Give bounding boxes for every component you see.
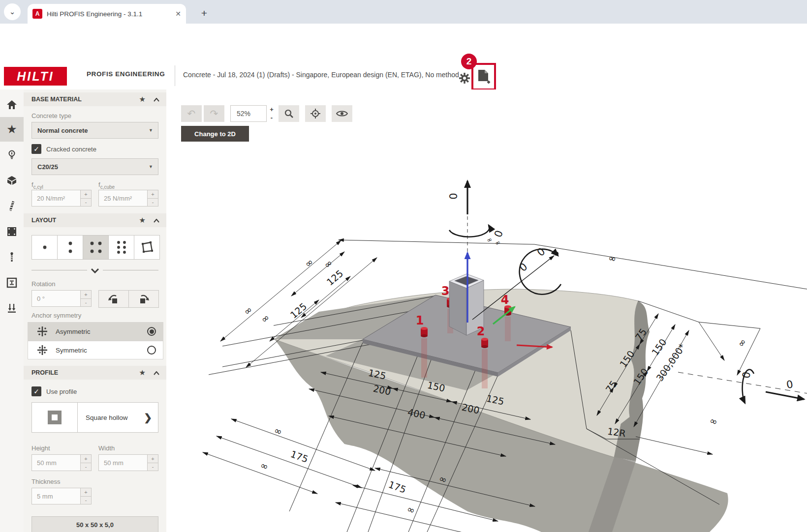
section-header-profile[interactable]: PROFILE ★ [24, 366, 166, 380]
export-report-icon[interactable] [477, 69, 490, 84]
concrete-type-select[interactable]: Normal concrete ▼ [31, 122, 158, 139]
section-title: BASE MATERIAL [31, 96, 139, 103]
zoom-level-input[interactable]: 52% [230, 105, 267, 122]
layout-option-pair[interactable] [57, 235, 83, 260]
anchor-symmetry-label: Anchor symmetry [31, 312, 81, 319]
force-x-arrow [766, 392, 804, 399]
change-to-2d-button[interactable]: Change to 2D [181, 126, 249, 142]
stepper-minus[interactable]: - [81, 299, 91, 307]
stepper-minus[interactable]: - [81, 463, 91, 471]
visibility-button[interactable] [332, 105, 352, 122]
use-profile-row[interactable]: ✓ Use profile [31, 386, 77, 396]
sidebar-item-loads[interactable] [0, 296, 24, 321]
app-window: ⌄ A Hilti PROFIS Engineering - 3.1.1 ✕ +… [0, 0, 807, 532]
sidebar-item-favorites[interactable]: ★ [0, 117, 24, 142]
asymmetric-icon [36, 325, 49, 338]
rotate-left-button[interactable] [99, 291, 129, 307]
anchor-2 [481, 338, 488, 348]
sidebar-item-drilling[interactable] [0, 194, 24, 218]
caret-down-icon: ▼ [149, 164, 153, 169]
favorite-star-icon[interactable]: ★ [139, 368, 146, 377]
thickness-input[interactable]: 5 mm +- [31, 488, 92, 504]
stepper-plus[interactable]: + [81, 455, 91, 463]
cracked-concrete-label: Cracked concrete [46, 146, 96, 153]
stepper-minus[interactable]: - [81, 199, 91, 207]
browser-tab[interactable]: A Hilti PROFIS Engineering - 3.1.1 ✕ [28, 4, 186, 24]
sidebar-item-ideas[interactable] [0, 143, 24, 167]
layout-option-four[interactable] [83, 235, 109, 260]
symmetry-option-asymmetric[interactable]: Asymmetric [28, 322, 163, 341]
lightbulb-icon [6, 149, 18, 161]
zoom-value: 52% [237, 110, 250, 118]
rotation-input[interactable]: 0 ° +- [31, 290, 92, 307]
undo-button[interactable]: ↶ [181, 105, 202, 122]
fccube-input[interactable]: 25 N/mm² +- [98, 190, 158, 207]
model-canvas[interactable]: ∞∞125125∞∞00∞∞00∞7515015075150300,000*∞0… [166, 89, 807, 532]
tab-search-chevron-icon[interactable]: ⌄ [4, 3, 21, 20]
rotate-right-button[interactable] [129, 291, 158, 307]
3d-model-view[interactable]: ∞∞125125∞∞00∞∞00∞7515015075150300,000*∞0… [166, 89, 807, 532]
hilti-favicon-icon: A [32, 9, 42, 19]
radio-unselected[interactable] [147, 346, 156, 355]
base-plate-icon [6, 226, 18, 237]
concrete-grade-select[interactable]: C20/25 ▼ [31, 158, 158, 175]
stepper-plus[interactable]: + [81, 190, 91, 199]
concrete-type-label: Concrete type [31, 112, 71, 119]
height-label: Height [31, 444, 50, 452]
sidebar-item-profile[interactable] [0, 270, 24, 295]
profile-selector[interactable]: Square hollow ❯ [31, 402, 158, 433]
symmetry-option-symmetric[interactable]: Symmetric [28, 341, 163, 359]
eye-icon [336, 110, 348, 118]
sidebar-item-anchor[interactable] [0, 245, 24, 269]
settings-gear-icon[interactable] [458, 71, 471, 85]
stepper-plus[interactable]: + [81, 291, 91, 299]
collapse-icon[interactable] [154, 95, 159, 104]
layout-expander[interactable] [31, 266, 158, 275]
layout-option-custom[interactable] [134, 235, 160, 260]
zoom-search-button[interactable] [279, 105, 299, 122]
dimension-label: 0 [448, 193, 460, 199]
dimension-label: ∞ [405, 503, 416, 516]
favorite-star-icon[interactable]: ★ [139, 216, 146, 225]
cracked-concrete-row[interactable]: ✓ Cracked concrete [31, 144, 96, 154]
stepper-minus[interactable]: - [148, 199, 158, 207]
sidebar-item-base-material[interactable] [0, 168, 24, 193]
stepper-plus[interactable]: + [148, 455, 158, 463]
width-label: Width [98, 444, 115, 452]
dimension-label: 0 [492, 229, 505, 239]
sidebar-item-home[interactable] [0, 92, 24, 117]
fccyl-input[interactable]: 20 N/mm² +- [31, 190, 92, 207]
width-input[interactable]: 50 mm +- [98, 454, 158, 471]
zoom-in-button[interactable]: + [267, 105, 277, 114]
app-header: HILTI PROFIS ENGINEERING Concrete - Jul … [0, 52, 807, 90]
option-label: Asymmetric [56, 328, 147, 335]
height-input[interactable]: 50 mm +- [31, 454, 92, 471]
redo-button[interactable]: ↷ [204, 105, 224, 122]
layout-option-single[interactable] [31, 235, 58, 260]
collapse-icon[interactable] [154, 216, 159, 225]
profile-size-button[interactable]: 50 x 50 x 5,0 [31, 516, 158, 532]
section-header-layout[interactable]: LAYOUT ★ [24, 213, 166, 227]
dimension-label: ∞ [607, 252, 617, 265]
tab-close-icon[interactable]: ✕ [175, 10, 181, 18]
radio-selected[interactable] [147, 327, 156, 336]
export-report-highlight[interactable] [471, 63, 496, 90]
stepper-plus[interactable]: + [148, 190, 158, 199]
dimension-label: 0 [740, 371, 753, 379]
favorite-star-icon[interactable]: ★ [139, 95, 146, 104]
center-view-button[interactable] [305, 105, 326, 122]
collapse-icon[interactable] [154, 368, 159, 377]
fccube-label: fc,cube [98, 181, 115, 190]
use-profile-checkbox[interactable]: ✓ [31, 386, 41, 396]
cracked-concrete-checkbox[interactable]: ✓ [31, 144, 41, 154]
sidebar-item-base-plate[interactable] [0, 219, 24, 244]
new-tab-button[interactable]: + [197, 6, 212, 21]
stepper-minus[interactable]: - [148, 463, 158, 471]
cube-icon [6, 175, 18, 186]
section-header-base-material[interactable]: BASE MATERIAL ★ [24, 92, 166, 106]
zoom-out-button[interactable]: - [267, 114, 277, 122]
dimension-label: 0 [785, 378, 794, 391]
stepper-plus[interactable]: + [81, 488, 91, 497]
stepper-minus[interactable]: - [81, 497, 91, 504]
layout-option-six[interactable] [108, 235, 134, 260]
